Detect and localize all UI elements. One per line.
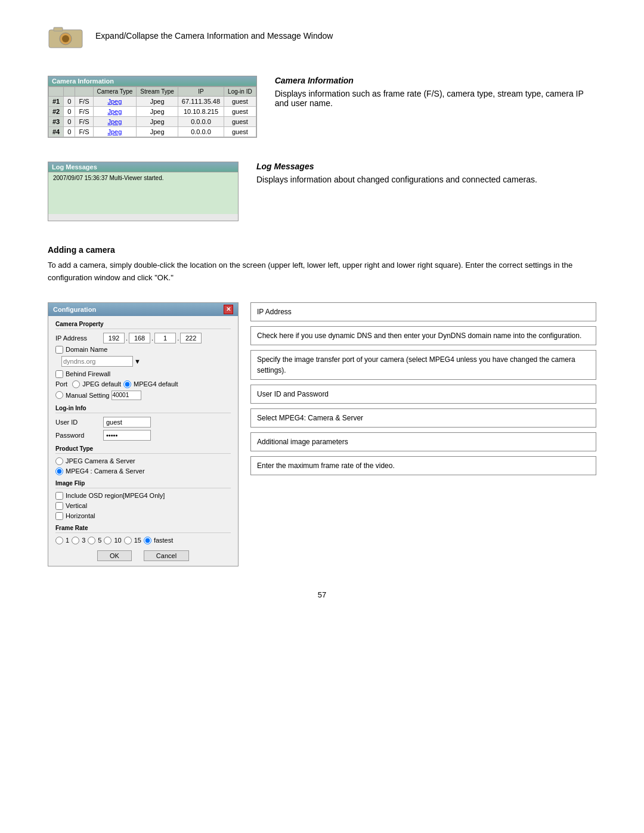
manual-port-input[interactable] [112, 391, 141, 400]
row-camera-type[interactable]: Jpeg [93, 107, 137, 117]
col-camera-type: Camera Type [93, 87, 137, 97]
expand-collapse-icon [48, 25, 83, 52]
osd-region-checkbox[interactable] [55, 492, 63, 500]
table-row: #2 0 F/S Jpeg Jpeg 10.10.8.215 guest [49, 107, 256, 117]
manual-setting-radio[interactable] [55, 391, 63, 399]
ip-octet-3[interactable] [154, 333, 176, 343]
image-params-callout-text: Additional image parameters [257, 438, 348, 446]
user-id-label: User ID [55, 419, 103, 426]
row-login: guest [224, 117, 256, 127]
port-label: Port [55, 380, 67, 388]
row-camera-type[interactable]: Jpeg [93, 127, 137, 137]
osd-region-row: Include OSD region[MPEG4 Only] [55, 492, 231, 500]
adding-section: Adding a camera To add a camera, simply … [48, 245, 596, 284]
dynamic-dns-callout: Check here if you use dynamic DNS and th… [250, 326, 596, 345]
row-login: guest [224, 127, 256, 137]
table-row: #4 0 F/S Jpeg Jpeg 0.0.0.0 guest [49, 127, 256, 137]
row-stream-type: Jpeg [137, 127, 178, 137]
mpeg4-callout: Select MPEG4: Camera & Server [250, 408, 596, 428]
fps-3-radio[interactable] [72, 537, 79, 544]
callouts: IP Address Check here if you use dynamic… [250, 302, 596, 475]
horizontal-checkbox[interactable] [55, 512, 63, 520]
dynamic-dns-callout-text: Check here if you use dynamic DNS and th… [257, 332, 581, 340]
image-flip-section: Image Flip Include OSD region[MPEG4 Only… [55, 480, 231, 520]
button-row: OK Cancel [55, 550, 231, 561]
row-fs: F/S [75, 127, 93, 137]
row-num: #4 [49, 127, 64, 137]
vertical-checkbox[interactable] [55, 502, 63, 510]
password-input[interactable] [103, 430, 151, 441]
mpeg4-default-radio[interactable] [123, 380, 131, 388]
frame-rate-section: Frame Rate 1 3 5 10 15 fastest [55, 525, 231, 544]
col-login: Log-in ID [224, 87, 256, 97]
ip-octet-2[interactable] [129, 333, 150, 343]
camera-info-table: Camera Information Camera Type Stream Ty… [48, 76, 257, 138]
frame-rate-callout: Enter the maximum frame rate of the vide… [250, 456, 596, 475]
ip-octet-4[interactable] [180, 333, 202, 343]
manual-setting-row: Manual Setting [55, 391, 231, 400]
jpeg-default-radio[interactable] [72, 380, 80, 388]
log-messages-table: Log Messages 2007/09/07 15:36:37 Multi-V… [48, 162, 239, 221]
row-fps: 0 [64, 107, 75, 117]
row-fps: 0 [64, 117, 75, 127]
user-id-input[interactable] [103, 417, 151, 428]
close-button[interactable]: ✕ [224, 305, 233, 314]
fps-fastest-radio[interactable] [144, 537, 151, 544]
svg-rect-3 [54, 27, 63, 31]
table-row: #3 0 F/S Jpeg Jpeg 0.0.0.0 guest [49, 117, 256, 127]
row-login: guest [224, 97, 256, 107]
camera-info-desc: Camera Information Displays information … [275, 76, 596, 108]
cancel-button[interactable]: Cancel [144, 550, 189, 561]
row-num: #1 [49, 97, 64, 107]
fps-10-radio[interactable] [104, 537, 112, 544]
row-ip: 67.111.35.48 [178, 97, 224, 107]
jpeg-camera-radio[interactable] [55, 457, 63, 465]
page-number: 57 [48, 590, 596, 599]
behind-firewall-checkbox[interactable] [55, 370, 63, 378]
mpeg4-camera-radio[interactable] [55, 467, 63, 475]
fps-5-radio[interactable] [88, 537, 95, 544]
jpeg-camera-row: JPEG Camera & Server [55, 457, 231, 465]
camera-info-header: Camera Information [48, 76, 256, 86]
col-fps [64, 87, 75, 97]
port-row: Port JPEG default MPEG4 default [55, 380, 231, 388]
ok-button[interactable]: OK [97, 550, 132, 561]
row-stream-type: Jpeg [137, 107, 178, 117]
login-info-section: Log-in Info User ID Password [55, 405, 231, 441]
config-title: Configuration [53, 306, 96, 313]
adding-heading: Adding a camera [48, 245, 596, 255]
frame-rate-callout-text: Enter the maximum frame rate of the vide… [257, 462, 395, 470]
camera-info-desc-title: Camera Information [275, 76, 596, 85]
user-password-callout-text: User ID and Password [257, 390, 329, 398]
table-row: #1 0 F/S Jpeg Jpeg 67.111.35.48 guest [49, 97, 256, 107]
domain-name-row: Domain Name [55, 346, 231, 354]
row-camera-type[interactable]: Jpeg [93, 97, 137, 107]
user-password-callout: User ID and Password [250, 385, 596, 404]
config-dialog: Configuration ✕ Camera Property IP Addre… [48, 302, 239, 566]
behind-firewall-row: Behind Firewall [55, 370, 231, 378]
col-num [49, 87, 64, 97]
domain-name-label: Domain Name [66, 346, 107, 353]
frame-rate-label: Frame Rate [55, 525, 231, 533]
camera-info-desc-text: Displays information such as frame rate … [275, 89, 596, 108]
domain-name-checkbox[interactable] [55, 346, 63, 354]
vertical-row: Vertical [55, 502, 231, 510]
dyndns-input[interactable] [61, 356, 133, 367]
ip-octet-1[interactable] [103, 333, 125, 343]
fps-15-radio[interactable] [124, 537, 132, 544]
expand-collapse-label: Expand/Collapse the Camera Information a… [95, 24, 333, 42]
image-params-callout: Additional image parameters [250, 432, 596, 451]
row-ip: 0.0.0.0 [178, 127, 224, 137]
row-camera-type[interactable]: Jpeg [93, 117, 137, 127]
row-login: guest [224, 107, 256, 117]
row-stream-type: Jpeg [137, 97, 178, 107]
login-info-label: Log-in Info [55, 405, 231, 413]
fps-1-radio[interactable] [55, 537, 63, 544]
config-titlebar: Configuration ✕ [48, 303, 238, 316]
dyndns-row: ▼ [61, 356, 231, 367]
row-fs: F/S [75, 97, 93, 107]
mpeg4-camera-row: MPEG4 : Camera & Server [55, 467, 231, 475]
frame-rate-row: 1 3 5 10 15 fastest [55, 537, 231, 544]
product-type-label: Product Type [55, 445, 231, 454]
log-messages-header: Log Messages [48, 162, 238, 172]
